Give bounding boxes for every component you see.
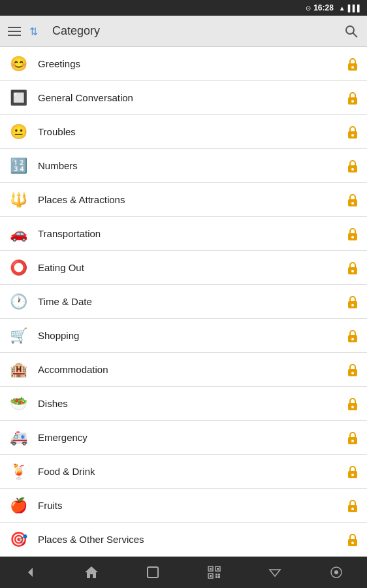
category-label: Transportation [38, 228, 346, 239]
list-item[interactable]: 🕐Time & Date [0, 285, 367, 319]
nav-down-button[interactable] [262, 562, 288, 583]
list-item[interactable]: 🛒Shopping [0, 319, 367, 353]
svg-rect-47 [148, 567, 158, 578]
svg-rect-55 [218, 574, 220, 576]
search-icon [344, 24, 359, 39]
lock-icon [346, 533, 359, 546]
svg-point-30 [351, 508, 354, 510]
lock-icon [346, 499, 359, 512]
svg-point-10 [351, 168, 354, 171]
svg-point-26 [351, 440, 354, 442]
search-button[interactable] [343, 24, 359, 39]
status-time: 16:28 [313, 3, 334, 12]
svg-rect-57 [218, 576, 220, 578]
category-icon: 🎯 [8, 529, 29, 550]
list-item[interactable]: 🍹Food & Drink [0, 455, 367, 489]
nav-home-button[interactable] [78, 562, 104, 583]
svg-point-60 [334, 570, 338, 574]
svg-marker-46 [85, 566, 98, 578]
lock-svg [347, 533, 359, 546]
nav-circle-button[interactable] [323, 562, 349, 583]
category-icon: 😐 [8, 122, 29, 142]
category-icon: 🔲 [8, 88, 29, 108]
list-item[interactable]: 🔢Numbers [0, 149, 367, 183]
category-icon: 🏨 [8, 359, 29, 380]
list-item[interactable]: 🥗Dishes [0, 387, 367, 421]
lock-icon [346, 431, 359, 444]
svg-point-8 [351, 134, 354, 137]
category-icon: 😊 [8, 54, 29, 74]
list-item[interactable]: 🔲General Conversation [0, 81, 367, 115]
lock-icon [346, 329, 359, 342]
svg-point-16 [351, 270, 354, 272]
list-item[interactable]: 🎯Places & Other Services [0, 523, 367, 557]
nav-recent-button[interactable] [140, 562, 166, 583]
lock-svg [347, 261, 359, 274]
top-bar: ⇅ Category [0, 16, 367, 47]
nav-back-button[interactable] [18, 562, 44, 583]
nav-down-icon [267, 564, 283, 580]
category-icon: ⭕ [8, 257, 29, 278]
lock-svg [347, 57, 359, 71]
category-icon: 🕐 [8, 291, 29, 312]
svg-point-32 [351, 542, 354, 544]
list-item[interactable]: 😐Troubles [0, 115, 367, 149]
category-label: Numbers [38, 160, 346, 171]
list-item[interactable]: 🔱Places & Attractions [0, 183, 367, 217]
svg-point-6 [351, 100, 354, 103]
lock-icon [346, 397, 359, 410]
nav-qr-button[interactable] [201, 562, 227, 583]
lock-svg [347, 431, 359, 444]
category-label: Fruits [38, 500, 346, 511]
nav-qr-icon [206, 564, 222, 580]
lock-icon [346, 57, 359, 71]
category-list: 😊Greetings 🔲General Conversation 😐Troubl… [0, 47, 367, 557]
status-icon-circle: ⊙ [306, 5, 311, 12]
category-label: Shopping [38, 330, 346, 341]
sort-button[interactable]: ⇅ [29, 24, 44, 39]
lock-icon [346, 261, 359, 274]
svg-rect-53 [210, 575, 212, 577]
list-item[interactable]: 😊Greetings [0, 47, 367, 81]
list-item[interactable]: 🚑Emergency [0, 421, 367, 455]
category-label: Troubles [38, 126, 346, 137]
status-icons: ⊙ 16:28 ▲ ▌▌▌ [306, 3, 362, 12]
svg-point-18 [351, 304, 354, 306]
nav-circle-icon [328, 564, 344, 580]
svg-rect-51 [210, 568, 212, 570]
svg-rect-54 [215, 574, 217, 576]
list-item[interactable]: 🍎Fruits [0, 489, 367, 523]
lock-svg [347, 125, 359, 139]
svg-point-4 [351, 66, 354, 69]
svg-point-14 [351, 236, 354, 238]
nav-recent-icon [145, 564, 161, 580]
lock-icon [346, 363, 359, 376]
list-item[interactable]: 🏨Accommodation [0, 353, 367, 387]
menu-line-3 [8, 35, 21, 36]
menu-line-2 [8, 31, 21, 32]
nav-home-icon [84, 564, 99, 580]
svg-text:⇅: ⇅ [29, 26, 38, 37]
svg-point-12 [351, 202, 354, 204]
category-icon: 🚗 [8, 223, 29, 244]
lock-svg [347, 91, 359, 105]
svg-rect-52 [217, 568, 219, 570]
category-label: Food & Drink [38, 466, 346, 477]
status-bar: ⊙ 16:28 ▲ ▌▌▌ [0, 0, 367, 16]
category-label: Places & Other Services [38, 534, 346, 545]
category-label: Eating Out [38, 262, 346, 273]
category-icon: 🥗 [8, 393, 29, 414]
list-item[interactable]: 🚗Transportation [0, 217, 367, 251]
list-item[interactable]: ⭕Eating Out [0, 251, 367, 285]
category-icon: 🍎 [8, 495, 29, 516]
lock-svg [347, 159, 359, 172]
category-label: Time & Date [38, 296, 346, 307]
category-icon: 🚑 [8, 427, 29, 448]
lock-icon [346, 125, 359, 139]
svg-point-28 [351, 474, 354, 476]
menu-button[interactable] [8, 24, 24, 39]
lock-svg [347, 193, 359, 206]
lock-icon [346, 465, 359, 478]
svg-marker-45 [28, 568, 33, 577]
lock-icon [346, 91, 359, 105]
